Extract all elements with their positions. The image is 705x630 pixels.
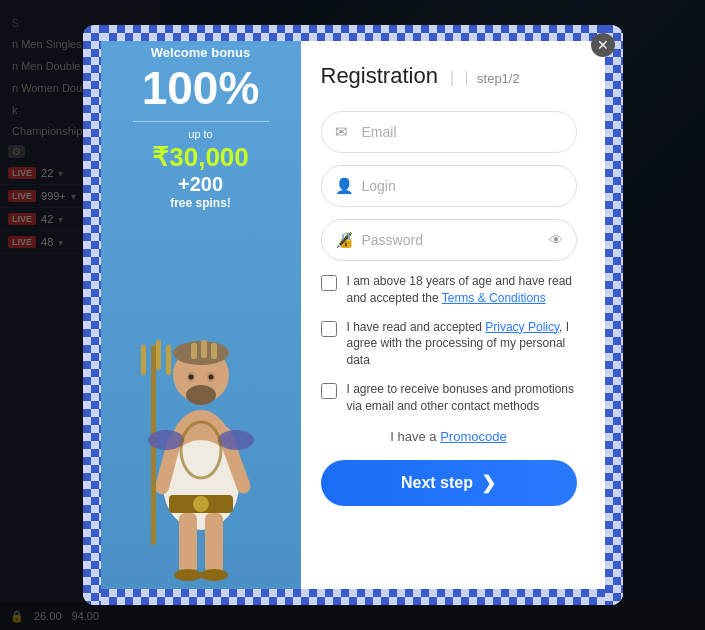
email-input[interactable] [321, 111, 577, 153]
age-checkbox-label: I am above 18 years of age and have read… [347, 273, 577, 307]
bonuses-checkbox-label: I agree to receive bonuses and promotion… [347, 381, 577, 415]
privacy-policy-link[interactable]: Privacy Policy [485, 320, 559, 334]
svg-point-35 [200, 569, 228, 581]
svg-point-36 [148, 430, 184, 450]
svg-point-34 [174, 569, 202, 581]
border-bottom [101, 589, 605, 605]
bonus-amount: ₹30,000 [152, 142, 249, 173]
svg-rect-4 [101, 25, 605, 41]
svg-rect-11 [101, 589, 605, 605]
modal-overlay: ✕ Welcome bonus 100% up to ₹30,000 +200 … [0, 0, 705, 630]
eye-icon[interactable]: 👁 [549, 232, 563, 248]
password-field-wrapper: 🔏 👁 [321, 219, 577, 261]
svg-rect-27 [141, 345, 146, 375]
checkbox-item-bonuses: I agree to receive bonuses and promotion… [321, 381, 577, 415]
login-field-wrapper: 👤 [321, 165, 577, 207]
user-icon: 👤 [335, 177, 354, 195]
svg-rect-32 [179, 513, 197, 573]
svg-rect-10 [605, 25, 623, 605]
free-spins-label: free spins! [170, 196, 231, 210]
login-input[interactable] [321, 165, 577, 207]
bonuses-checkbox[interactable] [321, 383, 337, 399]
spins-count: 200 [190, 173, 223, 195]
svg-rect-33 [205, 513, 223, 573]
border-top [101, 25, 605, 41]
age-checkbox[interactable] [321, 275, 337, 291]
checkbox-group: I am above 18 years of age and have read… [321, 273, 577, 415]
border-left [83, 25, 101, 605]
svg-rect-16 [191, 343, 197, 359]
bonus-spins: +200 [178, 173, 223, 196]
svg-point-37 [218, 430, 254, 450]
hero-character [111, 265, 291, 605]
currency-symbol: ₹ [152, 142, 169, 172]
svg-rect-18 [211, 343, 217, 359]
next-step-arrow: ❯ [481, 472, 496, 494]
svg-rect-9 [83, 25, 101, 605]
svg-rect-17 [201, 340, 207, 358]
svg-point-31 [193, 496, 209, 512]
border-right [605, 25, 623, 605]
privacy-checkbox-label: I have read and accepted Privacy Policy,… [347, 319, 577, 369]
plus-sign: + [178, 173, 190, 195]
form-title: Registration [321, 63, 438, 89]
svg-point-23 [186, 385, 216, 405]
password-input[interactable] [321, 219, 577, 261]
form-step: step1/2 [466, 71, 520, 86]
checkbox-item-age: I am above 18 years of age and have read… [321, 273, 577, 307]
email-icon: ✉ [335, 123, 348, 141]
terms-conditions-link[interactable]: Terms & Conditions [442, 291, 546, 305]
welcome-bonus-title: Welcome bonus [151, 45, 250, 60]
privacy-checkbox[interactable] [321, 321, 337, 337]
email-field-wrapper: ✉ [321, 111, 577, 153]
next-step-button[interactable]: Next step ❯ [321, 460, 577, 506]
bonus-percent: 100% [142, 65, 260, 111]
promocode-link[interactable]: Promocode [440, 429, 506, 444]
form-header: Registration | step1/2 [321, 63, 577, 89]
bonus-panel: Welcome bonus 100% up to ₹30,000 +200 fr… [101, 25, 301, 605]
header-separator: | [450, 69, 454, 87]
registration-form: Registration | step1/2 ✉ 👤 🔏 👁 [301, 25, 605, 605]
close-button[interactable]: ✕ [591, 33, 615, 57]
svg-rect-29 [166, 345, 171, 375]
amount-value: 30,000 [169, 142, 249, 172]
svg-point-21 [188, 375, 193, 380]
svg-point-22 [208, 375, 213, 380]
promocode-row: I have a Promocode [321, 429, 577, 444]
bonus-divider [133, 121, 269, 122]
registration-modal: ✕ Welcome bonus 100% up to ₹30,000 +200 … [83, 25, 623, 605]
bonus-upto: up to [188, 128, 212, 140]
promocode-prefix: I have a [390, 429, 440, 444]
checkbox-item-privacy: I have read and accepted Privacy Policy,… [321, 319, 577, 369]
lock-icon: 🔏 [335, 231, 354, 249]
svg-rect-28 [156, 340, 161, 370]
next-step-label: Next step [401, 474, 473, 492]
